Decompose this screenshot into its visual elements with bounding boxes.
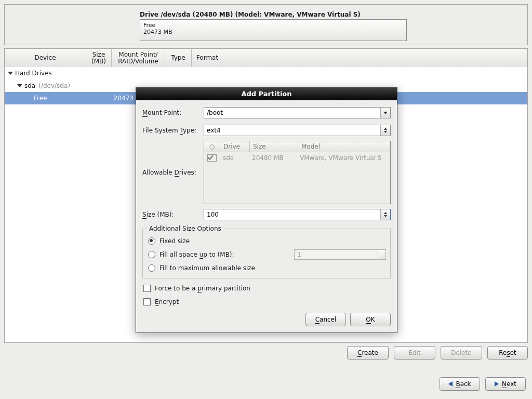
fstype-value[interactable] [204,125,380,136]
chevron-down-icon [8,72,13,75]
spin-button[interactable] [380,209,390,220]
col-type[interactable]: Type [165,49,192,67]
chevron-down-icon [383,112,388,114]
opt-fixed[interactable]: Fixed size [147,234,386,248]
drive-free-box: Free 20473 MB [140,19,407,41]
anaconda-partitioning-screen: Drive /dev/sda (20480 MB) (Model: VMware… [0,0,532,399]
size-input[interactable] [204,209,380,220]
drive-row: sda 20480 MB VMware, VMware Virtual S [204,152,390,164]
radio-icon [148,251,155,258]
checkbox-icon [143,285,151,292]
allowable-drives-row: Allowable Drives: ○ Drive Size Model sda… [142,141,391,204]
size-spinbox[interactable] [204,209,391,220]
reset-button[interactable]: Reset [487,346,528,360]
size-options-group: Additional Size Options Fixed size Fill … [142,225,391,278]
opt-max[interactable]: Fill to maximum allowable size [147,261,386,275]
arrow-left-icon [448,381,453,387]
opt-upto[interactable]: Fill all space up to (MB): [147,248,386,261]
col-device[interactable]: Device [5,49,86,67]
table-headers: Device Size (MB) Mount Point/ RAID/Volum… [5,49,527,68]
checkbox-icon [143,298,151,305]
mount-point-combo[interactable] [204,107,391,118]
arrow-right-icon [495,381,499,387]
fstype-row: File System Type: [142,123,391,138]
drive-free-label: Free [140,20,406,29]
dialog-buttons: Cancel OK [142,313,391,326]
drive-overview-panel: Drive /dev/sda (20480 MB) (Model: VMware… [4,4,528,45]
action-button-row: Create Edit Delete Reset [4,346,528,363]
spin-button[interactable] [380,125,390,136]
chevron-down-icon [17,84,22,87]
encrypt-check[interactable]: Encrypt [143,295,391,309]
upto-spinbox [294,249,386,260]
radio-icon [148,237,155,245]
next-button[interactable]: Next [485,377,526,391]
drive-title: Drive /dev/sda (20480 MB) (Model: VMware… [140,11,361,18]
tree-root[interactable]: Hard Drives [5,67,527,79]
col-size[interactable]: Size (MB) [86,49,112,67]
fstype-combo[interactable] [204,125,391,136]
ok-button[interactable]: OK [350,313,391,326]
col-format[interactable]: Format [192,49,223,67]
mount-point-input[interactable] [204,108,380,118]
radio-icon [148,264,155,272]
drive-checkbox [207,154,217,162]
force-primary-check[interactable]: Force to be a primary partition [143,282,391,295]
allowable-drives-list[interactable]: ○ Drive Size Model sda 20480 MB VMware, … [204,141,391,204]
col-mount[interactable]: Mount Point/ RAID/Volume [112,49,165,67]
edit-button: Edit [394,346,435,360]
add-partition-dialog: Add Partition Mount Point: File System T… [136,87,397,333]
create-button[interactable]: Create [347,346,389,360]
drive-free-size: 20473 MB [140,29,406,35]
dialog-title: Add Partition [136,88,397,100]
size-row: Size (MB): [142,207,391,222]
dropdown-button[interactable] [380,108,390,118]
delete-button: Delete [441,346,482,360]
back-button[interactable]: Back [440,377,480,391]
wizard-nav: Back Next [440,377,526,391]
cancel-button[interactable]: Cancel [305,313,346,326]
mount-point-row: Mount Point: [142,105,391,120]
